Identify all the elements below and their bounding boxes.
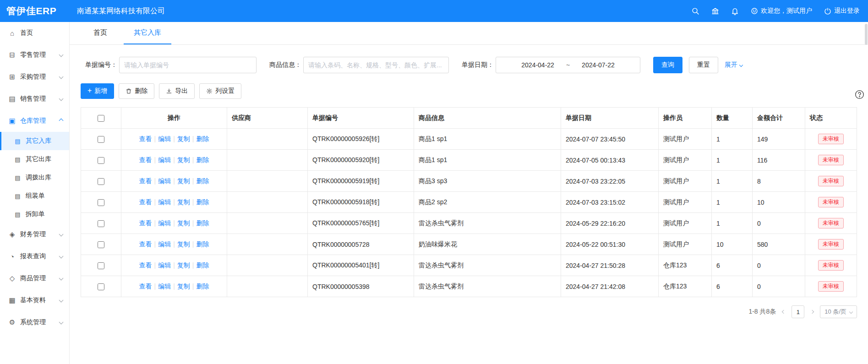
plus-icon: + <box>87 87 92 94</box>
row-action-copy[interactable]: 复制 <box>177 135 190 142</box>
row-action-view[interactable]: 查看 <box>139 156 152 163</box>
document-icon: ▤ <box>14 138 22 145</box>
scrollbar[interactable] <box>865 24 868 45</box>
row-checkbox[interactable] <box>98 157 104 164</box>
sidebar-item-warehouse[interactable]: ▣仓库管理 <box>0 110 69 132</box>
row-action-view[interactable]: 查看 <box>139 283 152 290</box>
search-icon[interactable] <box>692 7 699 15</box>
select-all-checkbox[interactable] <box>98 115 104 122</box>
row-action-copy[interactable]: 复制 <box>177 240 190 248</box>
cell-bill-no: QTRK00000005401[转] <box>308 255 414 276</box>
sales-icon: ▤ <box>8 95 16 103</box>
prev-page-button[interactable] <box>781 310 786 313</box>
document-icon: ▤ <box>14 174 22 181</box>
row-checkbox[interactable] <box>98 199 104 206</box>
row-checkbox[interactable] <box>98 283 104 290</box>
bank-icon[interactable] <box>711 7 719 15</box>
row-action-copy[interactable]: 复制 <box>177 177 190 185</box>
row-action-view[interactable]: 查看 <box>139 219 152 227</box>
row-action-delete[interactable]: 删除 <box>196 135 209 142</box>
welcome-user[interactable]: 欢迎您，测试用户 <box>751 7 812 15</box>
help-icon[interactable] <box>855 90 864 101</box>
row-action-copy[interactable]: 复制 <box>177 198 190 206</box>
action-separator: | <box>173 135 175 142</box>
row-action-edit[interactable]: 编辑 <box>158 156 171 163</box>
sidebar-item-label: 商品管理 <box>20 274 46 283</box>
next-page-button[interactable] <box>810 310 814 313</box>
row-action-delete[interactable]: 删除 <box>196 156 209 163</box>
row-action-delete[interactable]: 删除 <box>196 177 209 185</box>
row-action-view[interactable]: 查看 <box>139 135 152 142</box>
column-settings-button[interactable]: 列设置 <box>199 83 241 99</box>
cell-bill-no: QTRK00000005920[转] <box>308 150 414 171</box>
row-action-edit[interactable]: 编辑 <box>158 261 171 269</box>
row-action-copy[interactable]: 复制 <box>177 156 190 163</box>
row-checkbox[interactable] <box>98 262 104 269</box>
bill-no-input[interactable] <box>119 57 257 73</box>
row-action-view[interactable]: 查看 <box>139 198 152 206</box>
row-action-copy[interactable]: 复制 <box>177 283 190 290</box>
row-action-delete[interactable]: 删除 <box>196 219 209 227</box>
delete-button[interactable]: 删除 <box>119 83 154 99</box>
sidebar-subitem-assembly-order[interactable]: ▤组装单 <box>0 187 69 205</box>
sidebar-item-purchase[interactable]: ⊞采购管理 <box>0 66 69 88</box>
basic-data-icon: ▦ <box>8 296 16 304</box>
expand-toggle[interactable]: 展开 <box>725 61 742 69</box>
row-checkbox-cell <box>81 192 121 213</box>
row-action-view[interactable]: 查看 <box>139 240 152 248</box>
date-range-picker[interactable]: 2024-04-22 ~ 2024-07-22 <box>496 57 640 73</box>
product-info-input[interactable] <box>303 57 449 73</box>
tab-other-inbound[interactable]: 其它入库 <box>124 22 171 44</box>
pagination-total: 1-8 共8条 <box>748 308 776 316</box>
sidebar-item-system[interactable]: ⚙系统管理 <box>0 311 69 333</box>
add-button[interactable]: + 新增 <box>81 83 114 99</box>
row-action-delete[interactable]: 删除 <box>196 198 209 206</box>
row-action-delete[interactable]: 删除 <box>196 261 209 269</box>
action-separator: | <box>173 198 175 206</box>
row-checkbox[interactable] <box>98 136 104 143</box>
row-checkbox[interactable] <box>98 220 104 227</box>
sidebar-item-finance[interactable]: ◈财务管理 <box>0 223 69 245</box>
row-action-view[interactable]: 查看 <box>139 261 152 269</box>
export-button[interactable]: 导出 <box>159 83 195 99</box>
cell-date: 2024-05-29 22:16:20 <box>561 213 659 234</box>
row-action-copy[interactable]: 复制 <box>177 219 190 227</box>
sidebar-item-sales[interactable]: ▤销售管理 <box>0 88 69 110</box>
row-action-edit[interactable]: 编辑 <box>158 219 171 227</box>
sidebar-item-basic-data[interactable]: ▦基本资料 <box>0 289 69 311</box>
sidebar-subitem-label: 调拨出库 <box>26 174 51 182</box>
row-action-edit[interactable]: 编辑 <box>158 177 171 185</box>
row-action-delete[interactable]: 删除 <box>196 283 209 290</box>
row-action-edit[interactable]: 编辑 <box>158 283 171 290</box>
bell-icon[interactable] <box>731 7 739 15</box>
sidebar-item-product[interactable]: ◇商品管理 <box>0 267 69 289</box>
page-size-select[interactable]: 10 条/页 <box>820 305 857 318</box>
row-action-edit[interactable]: 编辑 <box>158 198 171 206</box>
row-action-edit[interactable]: 编辑 <box>158 240 171 248</box>
reset-button[interactable]: 重置 <box>689 57 718 73</box>
date-start-value[interactable]: 2024-04-22 <box>521 61 554 69</box>
add-label: 新增 <box>94 87 107 95</box>
row-checkbox[interactable] <box>98 241 104 248</box>
row-action-view[interactable]: 查看 <box>139 177 152 185</box>
tab-home[interactable]: 首页 <box>83 22 117 44</box>
toolbar: + 新增 删除 导出 列设置 <box>81 83 857 99</box>
row-action-copy[interactable]: 复制 <box>177 261 190 269</box>
logout-button[interactable]: 退出登录 <box>824 7 860 15</box>
date-end-value[interactable]: 2024-07-22 <box>582 61 615 69</box>
row-checkbox[interactable] <box>98 178 104 185</box>
sidebar-subitem-transfer-outbound[interactable]: ▤调拨出库 <box>0 168 69 187</box>
row-action-delete[interactable]: 删除 <box>196 240 209 248</box>
sidebar-item-retail[interactable]: ⊟零售管理 <box>0 44 69 66</box>
cell-status: 未审核 <box>805 192 857 213</box>
sidebar-item-home[interactable]: ⌂首页 <box>0 22 69 44</box>
sidebar-subitem-other-outbound[interactable]: ▤其它出库 <box>0 150 69 168</box>
cell-operator: 仓库123 <box>659 276 712 297</box>
sidebar-item-report[interactable]: ◔报表查询 <box>0 245 69 267</box>
sidebar-subitem-disassembly-order[interactable]: ▤拆卸单 <box>0 205 69 223</box>
sidebar-subitem-other-inbound[interactable]: ▤其它入库 <box>0 132 69 150</box>
action-separator: | <box>154 135 156 142</box>
row-action-edit[interactable]: 编辑 <box>158 135 171 142</box>
current-page-button[interactable]: 1 <box>792 305 804 318</box>
search-button[interactable]: 查询 <box>653 57 682 73</box>
